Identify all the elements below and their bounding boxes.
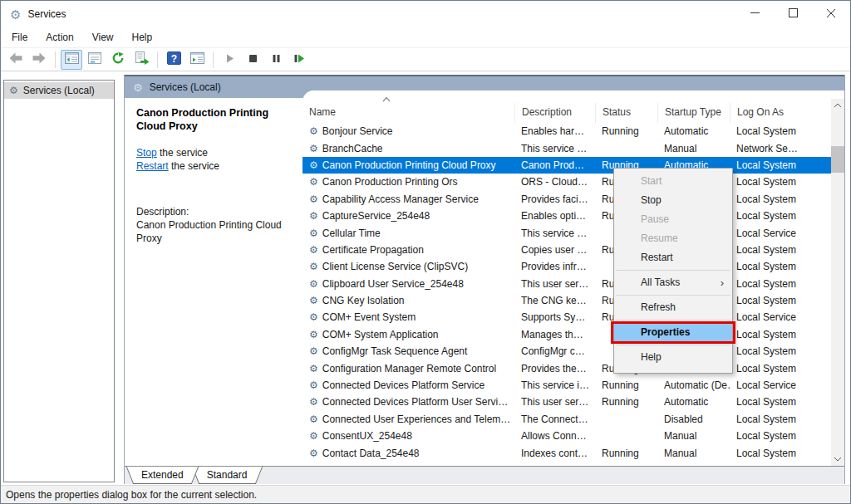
toolbar-separator	[55, 51, 56, 68]
toolbar-help-button[interactable]: ?	[163, 50, 184, 70]
toolbar-show-console-tree-button[interactable]	[61, 50, 82, 70]
refresh-icon	[111, 51, 125, 67]
table-row[interactable]: ⚙BranchCacheThis service …ManualNetwork …	[303, 139, 831, 156]
table-row[interactable]: ⚙CNG Key IsolationThe CNG ke…RunningLoca…	[303, 292, 831, 309]
service-gear-icon: ⚙	[309, 330, 318, 340]
menu-item-label: Refresh	[641, 301, 676, 313]
menu-action[interactable]: Action	[37, 28, 82, 46]
context-menu-item-properties[interactable]: Properties	[614, 323, 732, 342]
table-row[interactable]: ⚙COM+ System ApplicationManages th…Local…	[303, 326, 831, 343]
menu-view[interactable]: View	[83, 28, 123, 46]
table-row[interactable]: ⚙Contact Data_254e48Indexes cont…Running…	[303, 444, 831, 461]
context-menu-item-refresh[interactable]: Refresh	[614, 298, 732, 317]
toolbar-stop-service-button[interactable]	[242, 50, 263, 70]
table-row[interactable]: ⚙Certificate PropagationCopies user …Run…	[303, 242, 831, 258]
window-controls	[735, 1, 850, 27]
table-row[interactable]: ⚙Canon Production Printing OrsORS - Clou…	[303, 174, 831, 190]
toolbar-refresh-button[interactable]	[107, 50, 129, 70]
table-row[interactable]: ⚙Connected Devices Platform User Servi…T…	[303, 394, 831, 410]
toolbar-pause-service-button[interactable]	[265, 50, 287, 70]
service-name: Contact Data_254e48	[322, 448, 420, 459]
column-header-startup-type[interactable]: Startup Type	[657, 103, 730, 123]
status-bar: Opens the properties dialog box for the …	[1, 485, 850, 503]
toolbar-export-list-button[interactable]	[130, 50, 152, 70]
service-description: Description: Canon Production Printing C…	[136, 205, 296, 245]
service-description-cell: Supports Sy…	[514, 311, 595, 323]
table-row[interactable]: ⚙Connected User Experiences and Telem…Th…	[303, 411, 831, 428]
service-name-cell: ⚙Configuration Manager Remote Control	[303, 363, 514, 374]
service-logon-cell: Local System	[730, 295, 831, 306]
help-icon: ?	[167, 51, 181, 67]
tab-extended[interactable]: Extended	[126, 467, 199, 484]
table-row[interactable]: ⚙Clipboard User Service_254e48This user …	[303, 276, 831, 292]
table-row[interactable]: ⚙	[303, 462, 831, 465]
minimize-icon	[750, 8, 760, 20]
close-icon	[826, 8, 836, 21]
toolbar-properties-button[interactable]	[84, 50, 106, 70]
context-menu-item-all-tasks[interactable]: All Tasks›	[614, 273, 732, 292]
close-button[interactable]	[812, 1, 850, 27]
scrollbar-thumb[interactable]	[831, 146, 844, 173]
tab-label: Extended	[141, 469, 184, 481]
service-name-cell: ⚙Contact Data_254e48	[303, 448, 514, 459]
tab-standard[interactable]: Standard	[192, 467, 263, 484]
menu-item-label: Pause	[641, 213, 669, 225]
vertical-scrollbar[interactable]	[831, 99, 844, 466]
toolbar-start-service-button[interactable]	[219, 50, 240, 70]
table-row[interactable]: ⚙Cellular TimeThis service …Local Servic…	[303, 224, 831, 241]
service-name: ConsentUX_254e48	[322, 430, 412, 442]
service-description-cell: Copies user …	[514, 244, 595, 256]
table-row[interactable]: ⚙COM+ Event SystemSupports Sy…RunningLoc…	[303, 309, 831, 325]
context-menu-item-stop[interactable]: Stop	[614, 191, 732, 210]
restart-service-link[interactable]: Restart	[136, 160, 169, 172]
service-gear-icon: ⚙	[309, 160, 318, 170]
menu-item-label: All Tasks	[641, 276, 680, 288]
menu-file[interactable]: File	[2, 28, 37, 46]
scroll-down-button[interactable]	[831, 453, 844, 466]
table-row[interactable]: ⚙ConfigMgr Task Sequence AgentConfigMgr …	[303, 343, 831, 360]
column-header-name[interactable]: Name	[303, 103, 514, 123]
services-gear-icon: ⚙	[9, 86, 18, 95]
table-row[interactable]: ⚙CaptureService_254e48Enables opti…Runni…	[303, 208, 831, 224]
context-menu-item-restart[interactable]: Restart	[614, 248, 732, 267]
service-action-links: Stop the service Restart the service	[136, 146, 296, 173]
minimize-button[interactable]	[735, 1, 774, 27]
service-logon-cell: Local System	[730, 125, 831, 137]
table-row[interactable]: ⚙Canon Production Printing Cloud ProxyCa…	[303, 157, 831, 174]
table-row[interactable]: ⚙Configuration Manager Remote ControlPro…	[303, 360, 831, 376]
stop-service-link[interactable]: Stop	[136, 147, 157, 159]
service-name: ConfigMgr Task Sequence Agent	[322, 345, 468, 357]
tree-item-services-local[interactable]: ⚙ Services (Local)	[4, 82, 114, 99]
service-logon-cell: Local System	[730, 244, 831, 256]
service-startup-cell: Automatic (De…	[657, 379, 730, 391]
toolbar-forward-button[interactable]	[28, 50, 50, 70]
service-description-cell: Provides the…	[514, 363, 595, 374]
service-description-cell: This service …	[514, 228, 595, 239]
column-header-log-on-as[interactable]: Log On As	[730, 103, 831, 123]
properties-icon	[88, 52, 101, 66]
table-row[interactable]: ⚙Bonjour ServiceEnables har…RunningAutom…	[303, 123, 831, 139]
column-header-description[interactable]: Description	[514, 103, 595, 123]
toolbar-restart-service-button[interactable]	[288, 50, 310, 70]
context-menu-item-help[interactable]: Help	[614, 348, 732, 367]
context-menu-item-resume: Resume	[614, 229, 732, 248]
service-startup-cell: Manual	[657, 448, 730, 459]
table-row[interactable]: ⚙ConsentUX_254e48Allows Conn…ManualLocal…	[303, 428, 831, 444]
show-action-pane-icon	[190, 52, 204, 66]
service-name: Configuration Manager Remote Control	[322, 363, 496, 374]
table-row[interactable]: ⚙Connected Devices Platform ServiceThis …	[303, 377, 831, 394]
toolbar-back-button[interactable]	[5, 50, 27, 70]
maximize-button[interactable]	[774, 1, 812, 27]
table-row[interactable]: ⚙Capability Access Manager ServiceProvid…	[303, 191, 831, 208]
column-header-status[interactable]: Status	[595, 103, 657, 123]
service-gear-icon: ⚙	[309, 126, 318, 136]
toolbar-show-action-pane-button[interactable]	[186, 50, 208, 70]
menu-item-label: Start	[641, 175, 662, 187]
menu-item-label: Stop	[641, 194, 662, 206]
menu-item-label: Help	[641, 351, 662, 363]
table-row[interactable]: ⚙Client License Service (ClipSVC)Provide…	[303, 258, 831, 275]
sort-ascending-icon	[381, 93, 391, 105]
scroll-up-button[interactable]	[831, 99, 844, 112]
pause-service-icon	[271, 53, 282, 66]
menu-help[interactable]: Help	[123, 28, 162, 46]
